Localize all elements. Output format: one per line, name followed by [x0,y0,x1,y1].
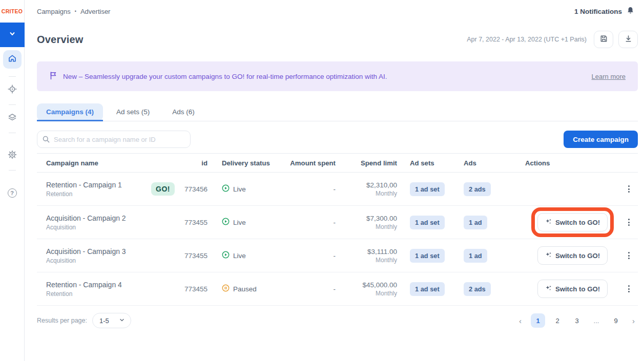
switch-to-go-highlight: Switch to GO! [537,246,608,265]
switch-to-go-button[interactable]: Switch to GO! [537,246,608,265]
live-status-icon [222,218,230,227]
row-menu-button[interactable] [626,217,632,228]
campaigns-table: Campaign name id Delivery status Amount … [37,153,638,306]
campaign-id: 773456 [182,185,207,193]
ads-badge: 2 ads [464,282,491,296]
create-campaign-button[interactable]: Create campaign [564,131,638,148]
delivery-status: Live [233,219,246,226]
spend-period: Monthly [336,190,397,197]
table-header: Campaign name id Delivery status Amount … [37,153,638,173]
tab-label: Ads (6) [172,108,195,116]
spend-limit: $7,300.00 [336,215,397,222]
next-page-button[interactable]: › [629,316,638,325]
sidebar-divider [9,104,16,105]
breadcrumb-campaigns[interactable]: Campaigns [37,8,71,15]
amount-spent: - [287,252,336,260]
topbar: Campaigns • Advertiser 1 Notifications [25,0,644,23]
column-amount-spent: Amount spent [287,159,336,167]
table-row[interactable]: Retention - Campaign 4 Retention 773455 … [37,272,638,306]
previous-page-button[interactable]: ‹ [516,316,525,325]
pagination: ‹ 123...9 › [516,313,638,328]
results-per-page-select[interactable]: 1-5 [92,313,131,328]
learn-more-link[interactable]: Learn more [592,73,626,80]
switch-to-go-label: Switch to GO! [555,219,600,226]
sparkles-icon [545,251,552,260]
switch-to-go-button[interactable]: Switch to GO! [537,280,608,298]
switch-to-go-label: Switch to GO! [555,252,600,260]
switch-to-go-button[interactable]: Switch to GO! [537,213,608,231]
chevron-down-icon [119,317,125,325]
sidebar-divider [9,133,16,133]
campaign-name: Acquisition - Campaign 2 [46,214,126,222]
sidebar: CRITEO [0,0,25,361]
switch-to-go-highlight: Switch to GO! [537,213,608,231]
campaign-name: Acquisition - Campaign 3 [46,247,126,256]
search-wrap [37,131,191,148]
table-row[interactable]: Retention - Campaign 1 Retention GO! 773… [37,173,638,206]
download-button[interactable] [618,31,638,48]
page-title: Overview [37,34,84,46]
workspace-switcher[interactable] [0,23,25,47]
row-menu-button[interactable] [626,250,632,261]
breadcrumb-separator: • [75,9,76,14]
column-delivery-status: Delivery status [207,159,287,167]
home-icon [8,54,17,65]
sidebar-item-campaigns[interactable] [3,83,22,97]
sparkles-icon [545,285,552,293]
breadcrumb-advertiser[interactable]: Advertiser [80,8,111,15]
ads-badge: 1 ad [464,216,487,229]
tab-ad-sets-5[interactable]: Ad sets (5) [107,103,159,121]
help-icon: ? [8,188,17,198]
ads-badge: 1 ad [464,249,487,263]
notifications-button[interactable]: 1 Notifications [574,6,635,16]
sidebar-item-assets[interactable] [3,112,22,125]
floppy-disk-icon [599,34,608,45]
tab-label: Campaigns (4) [46,108,94,116]
main-area: Campaigns • Advertiser 1 Notifications O… [25,0,644,361]
ads-badge: 2 ads [464,182,491,196]
column-spend-limit: Spend limit [336,159,397,167]
switch-to-go-label: Switch to GO! [555,285,600,293]
table-row[interactable]: Acquisition - Campaign 2 Acquisition 773… [37,206,638,239]
download-icon [624,34,633,45]
spend-limit: $45,000.00 [336,281,397,289]
ad-sets-badge: 1 ad set [410,249,445,263]
sidebar-item-home[interactable] [3,50,22,69]
banner-text: New – Seamlessly upgrade your custom cam… [63,73,387,80]
tab-ads-6[interactable]: Ads (6) [163,103,204,121]
column-campaign-name: Campaign name [37,159,182,167]
row-menu-button[interactable] [626,183,632,195]
campaign-type: Acquisition [46,257,126,264]
tab-label: Ad sets (5) [116,108,150,116]
column-ad-sets: Ad sets [397,159,464,167]
flag-icon [49,71,57,82]
ad-sets-badge: 1 ad set [410,282,445,296]
column-id: id [182,159,207,167]
breadcrumb: Campaigns • Advertiser [37,8,110,15]
campaign-name: Retention - Campaign 1 [46,181,122,189]
sidebar-item-settings[interactable] [3,149,22,162]
page-9[interactable]: 9 [609,313,623,328]
page-2[interactable]: 2 [550,313,565,328]
save-report-button[interactable] [594,31,613,48]
spend-limit: $3,111.00 [336,248,397,256]
table-row[interactable]: Acquisition - Campaign 3 Acquisition 773… [37,239,638,272]
notifications-label: 1 Notifications [574,8,622,15]
sidebar-divider [9,170,16,171]
date-range[interactable]: Apr 7, 2022 - Apr 13, 2022 (UTC +1 Paris… [467,36,587,43]
campaign-id: 773455 [182,285,207,293]
row-menu-button[interactable] [626,283,632,294]
search-input[interactable] [37,131,191,148]
crosshair-icon [8,84,17,96]
content: Overview Apr 7, 2022 - Apr 13, 2022 (UTC… [25,23,644,328]
spend-limit: $2,310,00 [336,181,397,189]
gear-icon [8,150,17,161]
live-status-icon [222,184,230,194]
sidebar-item-help[interactable]: ? [3,186,22,200]
tab-campaigns-4[interactable]: Campaigns (4) [37,103,103,121]
delivery-status: Live [233,185,246,193]
page-3[interactable]: 3 [570,313,584,328]
results-per-page-label: Results per page: [37,317,87,324]
page-1[interactable]: 1 [531,313,545,328]
go-badge: GO! [151,182,175,196]
